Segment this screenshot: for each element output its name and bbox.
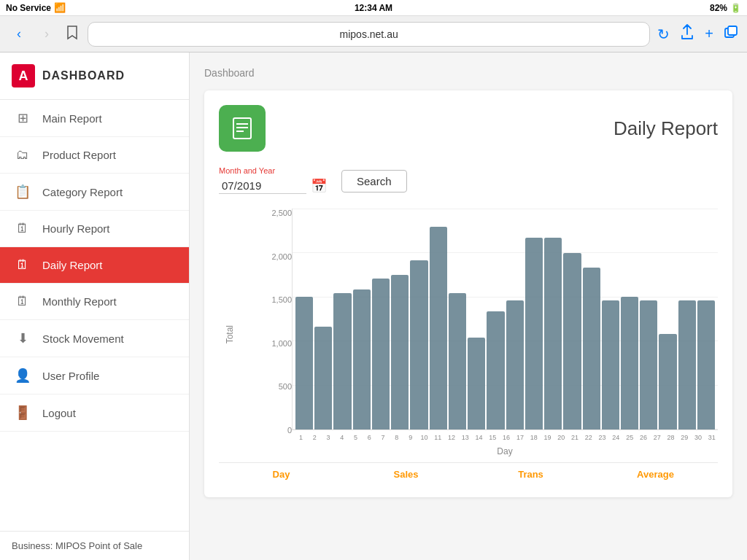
x-label: 20: [555, 434, 568, 441]
table-header-row: DaySalesTransAverage: [219, 462, 718, 483]
nav-icon-category-report: 📋: [15, 184, 31, 200]
bar-day-20: [659, 334, 676, 429]
report-title: Daily Report: [614, 117, 718, 140]
url-text: mipos.net.au: [340, 28, 398, 40]
main-layout: A DASHBOARD ⊞ Main Report🗂 Product Repor…: [0, 52, 747, 560]
sidebar-footer: Business: MIPOS Point of Sale: [0, 531, 189, 560]
y-label: 1,500: [255, 295, 292, 304]
bar-day-2: [314, 327, 332, 429]
bar-day-12: [506, 300, 524, 429]
table-header-sales: Sales: [344, 469, 468, 480]
sidebar-item-product-report[interactable]: 🗂 Product Report: [0, 137, 189, 174]
sidebar-header: A DASHBOARD: [0, 52, 189, 100]
y-axis: 2,5002,0001,5001,0005000: [255, 209, 292, 456]
sidebar-item-main-report[interactable]: ⊞ Main Report: [0, 100, 189, 137]
sidebar-item-hourly-report[interactable]: 🗓 Hourly Report: [0, 211, 189, 247]
bar-day-4: [353, 289, 371, 429]
bar-day-13: [525, 238, 543, 429]
sidebar-item-category-report[interactable]: 📋 Category Report: [0, 174, 189, 211]
nav-label-category-report: Category Report: [42, 186, 123, 198]
sidebar-item-user-profile[interactable]: 👤 User Profile: [0, 357, 189, 394]
logo-letter: A: [19, 69, 28, 84]
bar-day-18: [621, 297, 638, 429]
bar-day-10: [468, 338, 485, 429]
search-button[interactable]: Search: [341, 170, 407, 192]
bar-day-1: [295, 297, 313, 429]
nav-label-main-report: Main Report: [42, 112, 102, 125]
bookmark-button[interactable]: [64, 24, 80, 44]
x-label: 24: [610, 434, 622, 441]
nav-label-monthly-report: Monthly Report: [42, 295, 117, 308]
sidebar: A DASHBOARD ⊞ Main Report🗂 Product Repor…: [0, 52, 190, 560]
table-header-trans: Trans: [468, 469, 593, 480]
forward-button[interactable]: ›: [36, 24, 57, 44]
x-label: 6: [363, 434, 376, 441]
bar-day-15: [563, 253, 581, 429]
x-label: 14: [473, 434, 485, 441]
y-label: 2,500: [255, 209, 292, 217]
filter-group: Month and Year 📅: [219, 166, 327, 194]
x-axis-title: Day: [292, 446, 718, 456]
bar-day-19: [640, 300, 657, 429]
x-label: 15: [487, 434, 499, 441]
browser-actions: ↻ +: [657, 24, 738, 44]
x-label: 19: [541, 434, 554, 441]
battery-text: 82%: [710, 3, 727, 13]
reload-button[interactable]: ↻: [657, 26, 670, 43]
x-label: 4: [336, 434, 348, 441]
nav-icon-product-report: 🗂: [15, 147, 31, 163]
tabs-button[interactable]: [724, 25, 738, 43]
chart-container: Total 2,5002,0001,5001,0005000 123456789…: [219, 209, 718, 456]
bar-day-6: [391, 275, 409, 429]
x-label: 3: [322, 434, 335, 441]
x-label: 22: [582, 434, 595, 441]
wifi-icon: 📶: [54, 2, 66, 13]
sidebar-item-monthly-report[interactable]: 🗓 Monthly Report: [0, 284, 189, 320]
nav-icon-user-profile: 👤: [15, 368, 31, 384]
bar-day-7: [410, 260, 427, 429]
y-label: 1,000: [255, 339, 292, 348]
filter-label: Month and Year: [219, 166, 327, 175]
x-label: 28: [665, 434, 677, 441]
svg-rect-1: [728, 26, 737, 35]
report-header: Daily Report: [219, 105, 718, 152]
nav-label-daily-report: Daily Report: [42, 259, 103, 271]
nav-label-stock-movement: Stock Movement: [42, 332, 124, 345]
status-time: 12:34 AM: [355, 3, 392, 13]
back-button[interactable]: ‹: [9, 24, 29, 44]
y-axis-title: Total: [225, 325, 235, 343]
filter-row: Month and Year 📅 Search: [219, 166, 718, 194]
x-label: 2: [309, 434, 321, 441]
bar-day-16: [583, 268, 600, 429]
nav-icon-monthly-report: 🗓: [15, 294, 31, 309]
x-label: 17: [514, 434, 527, 441]
sidebar-item-stock-movement[interactable]: ⬇ Stock Movement: [0, 320, 189, 357]
month-year-input[interactable]: [219, 178, 306, 194]
share-button[interactable]: [680, 24, 694, 44]
status-left: No Service 📶: [6, 2, 66, 13]
report-card: Daily Report Month and Year 📅 Search Tot…: [204, 90, 732, 497]
bar-day-17: [602, 300, 619, 429]
nav-label-product-report: Product Report: [42, 149, 116, 161]
nav-icon-hourly-report: 🗓: [15, 221, 31, 236]
x-label: 12: [446, 434, 458, 441]
url-bar[interactable]: mipos.net.au: [88, 22, 650, 47]
x-axis: 1234567891011121314151617181920212223242…: [292, 430, 718, 445]
x-label: 10: [418, 434, 430, 441]
bar-day-14: [544, 238, 562, 429]
sidebar-item-logout[interactable]: 🚪 Logout: [0, 394, 189, 432]
table-header-average: Average: [593, 469, 718, 480]
add-tab-button[interactable]: +: [705, 26, 713, 42]
browser-bar: ‹ › mipos.net.au ↻ +: [0, 16, 747, 52]
bar-day-21: [678, 300, 696, 429]
calendar-icon[interactable]: 📅: [311, 178, 327, 194]
carrier-text: No Service: [6, 3, 51, 13]
x-label: 1: [295, 434, 307, 441]
y-label: 2,000: [255, 252, 292, 261]
nav-icon-logout: 🚪: [15, 405, 31, 421]
chart-area: 1234567891011121314151617181920212223242…: [292, 209, 718, 456]
nav-icon-stock-movement: ⬇: [15, 330, 31, 346]
sidebar-item-daily-report[interactable]: 🗓 Daily Report: [0, 247, 189, 284]
table-header-day: Day: [219, 469, 344, 480]
x-label: 30: [692, 434, 705, 441]
